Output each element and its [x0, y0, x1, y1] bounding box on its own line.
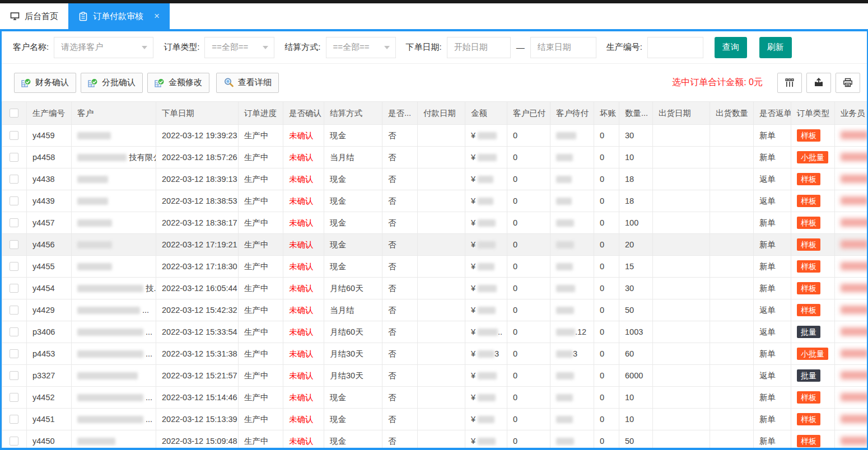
table-row[interactable]: p3406 ...2022-03-12 15:33:54生产中未确认月结60天否…	[2, 321, 868, 343]
table-row[interactable]: y44592022-03-12 19:39:23生产中未确认现金否¥ 0030新…	[2, 125, 868, 147]
row-checkbox[interactable]	[10, 349, 18, 358]
cell-check	[2, 278, 27, 299]
cell-qty: 10	[619, 387, 653, 409]
cell-salesman	[835, 409, 868, 430]
table-row[interactable]: y4452 ...2022-03-12 15:14:46生产中未确认现金否¥ 0…	[2, 387, 868, 409]
table-row[interactable]: y44572022-03-12 18:38:17生产中未确认现金否¥ 00100…	[2, 212, 868, 234]
cell-bad_debt: 0	[594, 387, 619, 409]
column-header-order_date: 下单日期	[156, 102, 239, 125]
cell-pay_date	[418, 278, 465, 299]
settlement-select[interactable]: ==全部==	[326, 37, 396, 58]
order-type-badge: 批量	[797, 326, 820, 338]
print-button[interactable]	[836, 73, 860, 93]
cell-is_paid: 否	[382, 212, 418, 234]
cell-confirmed: 未确认	[283, 409, 324, 430]
cell-settlement: 月结30天	[324, 343, 382, 365]
select-all-checkbox[interactable]	[10, 109, 18, 118]
cell-progress: 生产中	[239, 365, 283, 387]
cell-id: y4438	[27, 168, 72, 190]
cell-bad_debt: 0	[594, 430, 619, 450]
row-checkbox[interactable]	[10, 240, 18, 249]
cell-check	[2, 190, 27, 212]
cell-is_paid: 否	[382, 234, 418, 256]
production-no-input[interactable]	[647, 37, 703, 58]
table-row[interactable]: p4453 ...2022-03-12 15:31:38生产中未确认月结30天否…	[2, 343, 868, 365]
row-checkbox[interactable]	[10, 262, 18, 271]
row-checkbox[interactable]	[10, 437, 18, 446]
table-row[interactable]: y44562022-03-12 17:19:21生产中未确认现金否¥ 0020新…	[2, 234, 868, 256]
row-checkbox[interactable]	[10, 196, 18, 205]
cell-paid: 0	[507, 321, 550, 343]
table-row[interactable]: p4458 技有限公司2022-03-12 18:57:26生产中未确认当月结否…	[2, 147, 868, 168]
order-type-badge: 样板	[797, 391, 820, 404]
order-type-select[interactable]: ==全部==	[204, 37, 274, 58]
row-checkbox[interactable]	[10, 327, 18, 336]
cell-order_date: 2022-03-12 18:39:13	[156, 168, 239, 190]
cell-amount: ¥	[465, 365, 507, 387]
batch-confirm-button[interactable]: 分批确认	[81, 73, 143, 93]
tab-order-payment-review[interactable]: 订单付款审核 ×	[68, 3, 170, 29]
cell-progress: 生产中	[239, 212, 283, 234]
end-date-input[interactable]: 结束日期	[530, 37, 596, 58]
columns-filter-button[interactable]	[777, 73, 802, 93]
cell-pending	[550, 234, 594, 256]
table-row[interactable]: y44502022-03-12 15:09:48生产中未确认现金否¥ 0050新…	[2, 430, 868, 450]
tab-bar: 后台首页 订单付款审核 ×	[0, 3, 868, 29]
refresh-button[interactable]: 刷新	[759, 37, 792, 58]
amount-modify-button[interactable]: 金额修改	[147, 73, 209, 93]
cell-pay_date	[418, 234, 465, 256]
cell-progress: 生产中	[239, 147, 283, 168]
view-detail-button[interactable]: 查看详细	[216, 73, 279, 93]
table-row[interactable]: y4454 技...2022-03-12 16:05:44生产中未确认月结60天…	[2, 278, 868, 299]
column-header-settlement: 结算方式	[324, 102, 382, 125]
table-row[interactable]: y4429 ...2022-03-12 15:42:32生产中未确认当月结否¥ …	[2, 299, 868, 321]
chevron-down-icon	[263, 46, 268, 49]
row-checkbox[interactable]	[10, 371, 18, 380]
tab-backend-home[interactable]: 后台首页	[0, 3, 68, 29]
cell-id: p4453	[27, 343, 72, 365]
cell-qty: 10	[619, 409, 653, 430]
cell-ship_date	[653, 168, 710, 190]
finance-confirm-button[interactable]: 财务确认	[14, 73, 76, 93]
table-row[interactable]: y4451 ...2022-03-12 15:13:39生产中未确认现金否¥ 0…	[2, 409, 868, 430]
cell-pay_date	[418, 321, 465, 343]
cell-is_reorder: 新单	[754, 387, 791, 409]
cell-pending	[550, 125, 594, 147]
cell-salesman	[835, 234, 868, 256]
row-checkbox[interactable]	[10, 131, 18, 140]
order-type-badge: 样板	[797, 217, 820, 229]
cell-bad_debt: 0	[594, 278, 619, 299]
row-checkbox[interactable]	[10, 306, 18, 315]
close-icon[interactable]: ×	[154, 11, 160, 22]
cell-amount: ¥	[465, 387, 507, 409]
row-checkbox[interactable]	[10, 415, 18, 424]
table-header-row: 生产编号客户下单日期订单进度是否确认结算方式是否...付款日期金额客户已付客户待…	[2, 102, 868, 125]
cell-order_date: 2022-03-12 18:57:26	[156, 147, 239, 168]
row-checkbox[interactable]	[10, 393, 18, 402]
table-row[interactable]: p33272022-03-12 15:21:57生产中未确认月结30天否¥ 00…	[2, 365, 868, 387]
export-button[interactable]	[806, 73, 831, 93]
row-checkbox[interactable]	[10, 175, 18, 184]
cell-paid: 0	[507, 256, 550, 278]
button-label: 财务确认	[35, 77, 69, 88]
cell-salesman	[835, 147, 868, 168]
table-row[interactable]: y44382022-03-12 18:39:13生产中未确认现金否¥ 0018返…	[2, 168, 868, 190]
tab-label: 后台首页	[25, 11, 58, 22]
cell-bad_debt: 0	[594, 212, 619, 234]
column-header-id: 生产编号	[27, 102, 72, 125]
row-checkbox[interactable]	[10, 284, 18, 293]
cell-salesman	[835, 430, 868, 450]
cell-paid: 0	[507, 125, 550, 147]
cell-is_reorder: 返单	[754, 321, 791, 343]
table-row[interactable]: y44552022-03-12 17:18:30生产中未确认现金否¥ 0015新…	[2, 256, 868, 278]
cell-amount: ¥	[465, 147, 507, 168]
customer-select[interactable]: 请选择客户	[54, 37, 153, 58]
cell-order_date: 2022-03-12 17:18:30	[156, 256, 239, 278]
start-date-input[interactable]: 开始日期	[447, 37, 511, 58]
table-row[interactable]: y44392022-03-12 18:38:53生产中未确认现金否¥ 0018返…	[2, 190, 868, 212]
column-header-ship_date: 出货日期	[653, 102, 710, 125]
row-checkbox[interactable]	[10, 153, 18, 162]
row-checkbox[interactable]	[10, 218, 18, 227]
query-button[interactable]: 查询	[715, 37, 747, 58]
cell-qty: 60	[619, 343, 653, 365]
